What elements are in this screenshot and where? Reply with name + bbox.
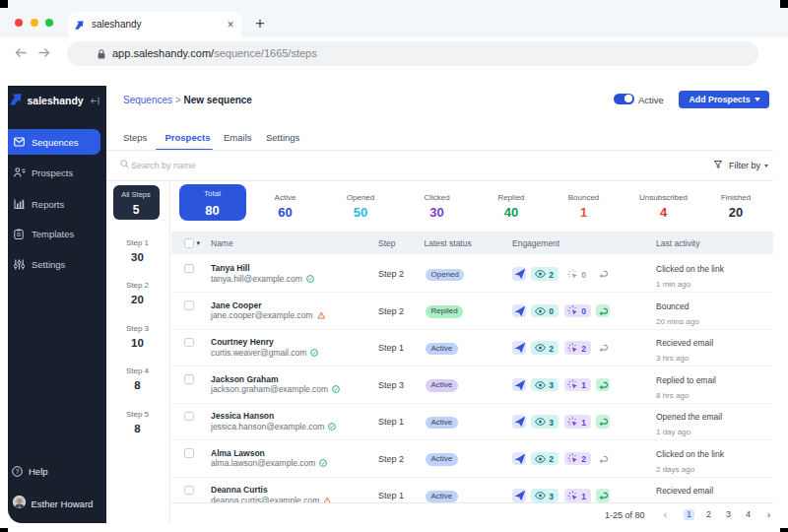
svg-text:?: ? xyxy=(16,467,20,474)
